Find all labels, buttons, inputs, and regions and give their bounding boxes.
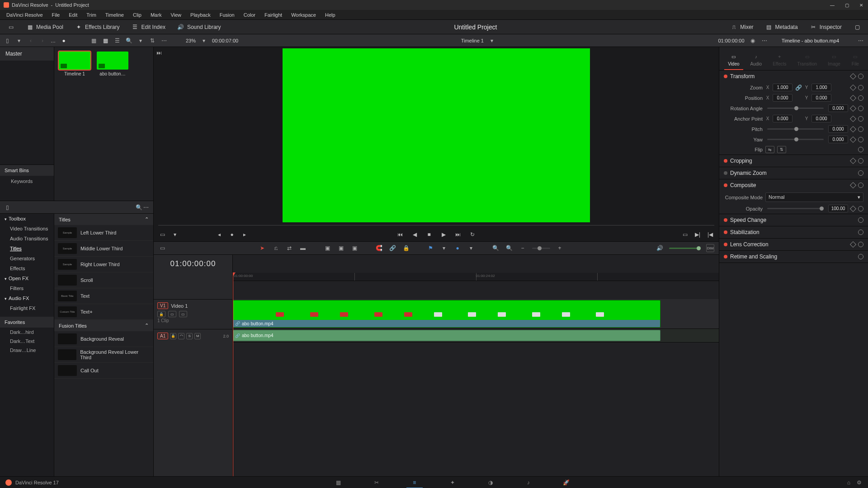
zoom-x-field[interactable]: 1.000	[773, 84, 793, 91]
video-track-header[interactable]: V1 Video 1 🔒 ▭ ▭ 1 Clip	[154, 299, 232, 329]
sound-library-button[interactable]: 🔊Sound Library	[175, 22, 224, 33]
section-enable-dot[interactable]	[724, 183, 727, 187]
prev-edit-button[interactable]: |◀	[706, 230, 714, 239]
page-deliver[interactable]: 🚀	[561, 477, 572, 488]
viewer-mode-dropdown[interactable]: ▾	[171, 230, 179, 239]
fx-search-icon[interactable]: 🔍	[135, 204, 142, 211]
playhead[interactable]	[233, 273, 233, 476]
fx-effects[interactable]: Effects	[0, 263, 54, 273]
ellipsis[interactable]: …	[51, 38, 56, 43]
composite-mode-select[interactable]: Normal▾	[765, 192, 863, 202]
media-thumb-abo-button[interactable]: abo button…	[97, 52, 128, 76]
loop-button[interactable]: ↻	[468, 230, 476, 239]
reset-icon[interactable]	[858, 242, 863, 247]
rotation-slider[interactable]	[767, 108, 824, 109]
inspector-menu[interactable]: ⋯	[857, 37, 864, 44]
track-tag-a1[interactable]: A1	[157, 333, 168, 339]
menu-timeline[interactable]: Timeline	[102, 11, 127, 19]
fx-filters[interactable]: Filters	[0, 283, 54, 293]
zoom-slider[interactable]	[532, 248, 550, 249]
viewer-scrubber[interactable]	[158, 223, 714, 228]
fx-title-item[interactable]: Call Out	[54, 363, 153, 379]
inspector-tab-file[interactable]: ▭File	[848, 51, 863, 70]
cropping-header[interactable]: Cropping	[719, 155, 868, 167]
menu-view[interactable]: View	[167, 11, 185, 19]
pool-dropdown[interactable]: ▾	[15, 37, 23, 44]
inspector-tab-transition[interactable]: ▭Transition	[794, 51, 821, 70]
zoom-out-button[interactable]: −	[519, 244, 527, 252]
menu-mark[interactable]: Mark	[147, 11, 165, 19]
reset-icon[interactable]	[858, 137, 863, 142]
pool-menu[interactable]: ⋯	[160, 37, 168, 44]
favorite-item[interactable]: Dark…Text	[0, 337, 54, 346]
flip-h-button[interactable]: ⇋	[765, 146, 774, 153]
home-icon[interactable]: ⌂	[847, 479, 850, 486]
section-enable-dot[interactable]	[724, 230, 727, 234]
timeline-dropdown[interactable]: ▾	[488, 37, 495, 44]
reset-icon[interactable]	[858, 230, 863, 235]
bypass-icon[interactable]: ◉	[749, 37, 756, 44]
fx-title-item[interactable]: SampleLeft Lower Third	[54, 225, 153, 241]
flag-dropdown[interactable]: ▾	[440, 244, 448, 252]
keyframe-icon[interactable]	[850, 73, 856, 80]
favorite-item[interactable]: Draw…Line	[0, 346, 54, 355]
source-timecode[interactable]: 00:00:07:00	[212, 38, 238, 43]
viewer-mode-button[interactable]: ▭	[158, 230, 166, 239]
record-timecode[interactable]: 01:00:00:00	[718, 38, 745, 43]
keyframe-icon[interactable]	[850, 158, 856, 164]
menu-clip[interactable]: Clip	[129, 11, 145, 19]
video-clip[interactable]: 🔗abo button.mp4	[233, 300, 660, 328]
auto-zoom-button[interactable]: 🔍	[491, 244, 500, 252]
match-frame-icon[interactable]: ●	[228, 230, 236, 239]
reset-icon[interactable]	[858, 206, 863, 211]
track-tag-v1[interactable]: V1	[157, 302, 168, 309]
fx-title-item[interactable]: Custom TitleText+	[54, 304, 153, 320]
zoom-y-field[interactable]: 1.000	[811, 84, 831, 91]
track-mute-button[interactable]: M	[194, 333, 201, 339]
pitch-slider[interactable]	[767, 128, 824, 130]
yaw-field[interactable]: 0.000	[828, 136, 848, 143]
metadata-button[interactable]: ▤Metadata	[763, 22, 801, 33]
audio-lane[interactable]: 🔗abo button.mp4	[233, 329, 719, 343]
fx-video-transitions[interactable]: Video Transitions	[0, 224, 54, 234]
keyframe-icon[interactable]	[850, 182, 856, 188]
menu-trim[interactable]: Trim	[83, 11, 100, 19]
fx-layout-button[interactable]: ▯	[4, 204, 11, 211]
section-enable-dot[interactable]	[724, 218, 727, 222]
minimize-button[interactable]: —	[829, 2, 835, 8]
search-dropdown[interactable]: ▾	[137, 37, 144, 44]
keyframe-icon[interactable]	[850, 136, 856, 142]
view-metadata-icon[interactable]: ▦	[90, 37, 97, 44]
prev-frame-button[interactable]: ◀	[410, 230, 419, 239]
fx-section-fusion-titles[interactable]: Fusion Titles⌃	[54, 320, 153, 331]
reset-icon[interactable]	[858, 74, 863, 79]
reset-icon[interactable]	[858, 217, 863, 223]
maximize-button[interactable]: ▢	[844, 2, 850, 8]
settings-icon[interactable]: ⚙	[857, 479, 862, 486]
viewer-zoom[interactable]: 23%	[186, 38, 196, 43]
media-thumb-timeline1[interactable]: Timeline 1	[59, 52, 90, 76]
fx-title-item[interactable]: Background Reveal	[54, 331, 153, 347]
fx-titles[interactable]: Titles	[0, 244, 54, 253]
dynamic-trim-tool[interactable]: ⇄	[285, 244, 293, 252]
inspector-button[interactable]: ✂Inspector	[807, 22, 844, 33]
track-toggle-icon[interactable]: ▭	[179, 311, 187, 317]
history-fwd[interactable]: ›	[39, 37, 46, 44]
keyframe-icon[interactable]	[850, 115, 856, 122]
marker-button[interactable]: ●	[453, 244, 462, 252]
stop-button[interactable]: ■	[425, 230, 433, 239]
fx-title-item[interactable]: Background Reveal Lower Third	[54, 347, 153, 363]
audio-clip[interactable]: 🔗abo button.mp4	[233, 330, 660, 341]
opacity-field[interactable]: 100.00	[828, 205, 848, 212]
next-frame-button[interactable]: ⏭	[454, 230, 462, 239]
page-color[interactable]: ◑	[485, 477, 496, 488]
section-enable-dot[interactable]	[724, 243, 727, 246]
blade-tool[interactable]: ▬	[299, 244, 307, 252]
reset-icon[interactable]	[858, 106, 863, 111]
next-edit-button[interactable]: ▶|	[693, 230, 702, 239]
page-edit[interactable]: ≡	[409, 477, 420, 488]
section-enable-dot[interactable]	[724, 159, 727, 163]
history-back[interactable]: ‹	[27, 37, 34, 44]
menu-davinci[interactable]: DaVinci Resolve	[3, 11, 47, 19]
retime-header[interactable]: Retime and Scaling	[719, 251, 868, 263]
